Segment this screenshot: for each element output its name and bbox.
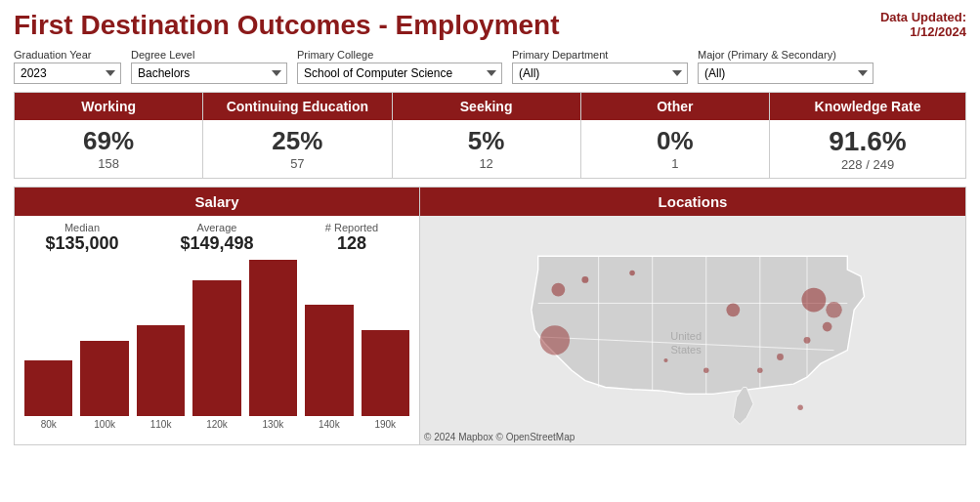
bar-item: 120k: [192, 280, 240, 430]
stat-other-pct: 0%: [585, 126, 765, 156]
svg-point-14: [726, 303, 740, 316]
stat-seeking-header: Seeking: [393, 93, 580, 120]
bar: [305, 305, 353, 416]
svg-point-19: [777, 354, 784, 360]
bar-label: 110k: [150, 419, 172, 430]
bar-label: 190k: [374, 419, 396, 430]
filter-primary-college: Primary College School of Computer Scien…: [297, 49, 502, 84]
stat-knowledge-count: 228 / 249: [774, 157, 961, 172]
stat-knowledge-pct: 91.6%: [774, 126, 961, 157]
bar: [80, 341, 128, 416]
stat-continuing-pct: 25%: [207, 126, 387, 156]
stat-other-header: Other: [581, 93, 769, 120]
stat-working: Working 69% 158: [15, 93, 203, 178]
stat-continuing: Continuing Education 25% 57: [203, 93, 392, 178]
svg-point-23: [797, 404, 803, 410]
salary-average-label: Average: [159, 222, 275, 233]
bar: [137, 325, 185, 416]
stat-continuing-count: 57: [207, 156, 387, 171]
stat-working-body: 69% 158: [15, 120, 202, 177]
bar-label: 120k: [206, 419, 228, 430]
svg-point-12: [581, 276, 588, 283]
stat-seeking-pct: 5%: [397, 126, 576, 156]
salary-header: Salary: [15, 188, 419, 216]
stat-seeking: Seeking 5% 12: [393, 93, 581, 178]
filter-degree-level-label: Degree Level: [131, 49, 287, 61]
salary-median-label: Median: [24, 222, 140, 233]
salary-stats: Median $135,000 Average $149,498 # Repor…: [15, 216, 419, 260]
stat-continuing-body: 25% 57: [203, 120, 391, 177]
bar-item: 80k: [24, 360, 72, 430]
data-updated-label: Data Updated:: [880, 10, 966, 24]
svg-point-21: [703, 368, 709, 374]
salary-reported-label: # Reported: [294, 222, 409, 233]
filter-graduation-year: Graduation Year 202320222021: [14, 49, 121, 84]
graduation-year-select[interactable]: 202320222021: [14, 63, 121, 84]
primary-college-select[interactable]: School of Computer Science(All): [297, 63, 502, 84]
filter-degree-level: Degree Level BachelorsMastersPhD: [131, 49, 287, 84]
svg-text:United: United: [670, 330, 702, 342]
bar-item: 100k: [80, 341, 128, 430]
salary-average-value: $149,498: [159, 233, 275, 254]
bar: [24, 360, 72, 416]
svg-point-10: [540, 325, 570, 355]
svg-point-18: [804, 337, 811, 344]
map-credit: © 2024 Mapbox © OpenStreetMap: [424, 432, 575, 442]
bar-item: 130k: [249, 260, 297, 430]
bar-item: 140k: [305, 305, 353, 430]
stats-row: Working 69% 158 Continuing Education 25%…: [14, 92, 966, 179]
bar: [362, 330, 409, 416]
filter-major-label: Major (Primary & Secondary): [698, 49, 873, 61]
stat-working-pct: 69%: [19, 126, 198, 156]
bar-label: 130k: [263, 419, 284, 430]
filter-graduation-year-label: Graduation Year: [14, 49, 121, 61]
data-updated-date: 1/12/2024: [880, 24, 966, 39]
bar-label: 80k: [41, 419, 57, 430]
bar: [192, 280, 240, 416]
stat-seeking-body: 5% 12: [393, 120, 580, 177]
stat-continuing-header: Continuing Education: [203, 93, 391, 120]
page: First Destination Outcomes - Employment …: [0, 0, 980, 502]
primary-department-select[interactable]: (All): [512, 63, 688, 84]
stat-working-header: Working: [15, 93, 202, 120]
svg-text:States: States: [671, 344, 703, 356]
svg-point-16: [826, 302, 842, 318]
locations-header: Locations: [420, 188, 965, 216]
map-svg: United States: [420, 216, 965, 444]
stat-knowledge-body: 91.6% 228 / 249: [770, 120, 965, 178]
header: First Destination Outcomes - Employment …: [14, 10, 966, 41]
data-updated: Data Updated: 1/12/2024: [880, 10, 966, 39]
svg-point-15: [801, 288, 826, 313]
bar-item: 110k: [137, 325, 185, 430]
salary-reported: # Reported 128: [294, 222, 409, 254]
page-title: First Destination Outcomes - Employment: [14, 10, 560, 41]
filter-primary-department: Primary Department (All): [512, 49, 688, 84]
svg-point-22: [663, 358, 667, 362]
svg-point-11: [551, 283, 565, 297]
bottom-section: Salary Median $135,000 Average $149,498 …: [14, 187, 966, 445]
salary-median-value: $135,000: [24, 233, 140, 254]
stat-seeking-count: 12: [397, 156, 576, 171]
bar-label: 140k: [319, 419, 340, 430]
locations-section: Locations: [419, 187, 966, 445]
svg-point-20: [757, 368, 763, 374]
degree-level-select[interactable]: BachelorsMastersPhD: [131, 63, 287, 84]
salary-average: Average $149,498: [159, 222, 275, 254]
stat-knowledge-header: Knowledge Rate: [770, 93, 965, 120]
salary-median: Median $135,000: [24, 222, 140, 254]
major-select[interactable]: (All): [698, 63, 873, 84]
bar-label: 100k: [94, 419, 115, 430]
stat-knowledge: Knowledge Rate 91.6% 228 / 249: [770, 93, 965, 178]
filter-primary-college-label: Primary College: [297, 49, 502, 61]
filter-major: Major (Primary & Secondary) (All): [698, 49, 873, 84]
salary-section: Salary Median $135,000 Average $149,498 …: [14, 187, 419, 445]
svg-point-13: [629, 271, 635, 276]
salary-reported-value: 128: [294, 233, 409, 254]
bar-chart: 80k100k110k120k130k140k190k: [15, 260, 419, 449]
bar-item: 190k: [362, 330, 409, 430]
bar: [249, 260, 297, 416]
filter-primary-department-label: Primary Department: [512, 49, 688, 61]
stat-other-body: 0% 1: [581, 120, 769, 177]
stat-other: Other 0% 1: [581, 93, 770, 178]
map-container: United States: [420, 216, 965, 444]
